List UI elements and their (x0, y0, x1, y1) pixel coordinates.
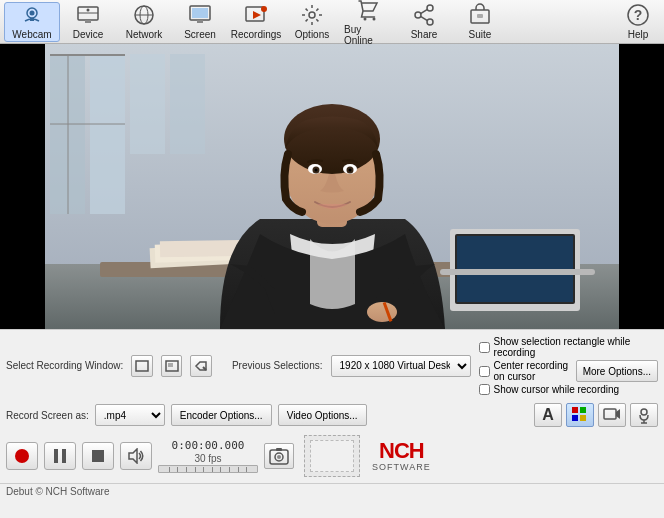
buy-online-icon (356, 0, 380, 22)
fps-display: 30 fps (194, 453, 221, 464)
svg-rect-25 (477, 14, 483, 18)
preview-area (0, 44, 664, 329)
svg-rect-66 (580, 415, 586, 421)
svg-point-1 (30, 11, 35, 16)
svg-rect-32 (90, 54, 125, 214)
thumbnail-preview (304, 435, 360, 477)
svg-rect-6 (85, 20, 91, 23)
svg-rect-46 (440, 269, 595, 275)
svg-rect-2 (30, 18, 34, 21)
previous-selections-label: Previous Selections: (232, 360, 323, 371)
color-button[interactable] (566, 403, 594, 427)
toolbar-item-network[interactable]: Network (116, 2, 172, 42)
svg-point-19 (427, 5, 433, 11)
svg-rect-75 (92, 450, 104, 462)
svg-rect-29 (0, 44, 45, 329)
encoder-options-button[interactable]: Encoder Options... (171, 404, 272, 426)
audio-mute-button[interactable] (120, 442, 152, 470)
svg-point-55 (315, 169, 318, 172)
record-screen-as-label: Record Screen as: (6, 410, 89, 421)
time-display: 0:00:00.000 (172, 439, 245, 452)
svg-point-72 (15, 449, 29, 463)
nch-subtitle: SOFTWARE (372, 462, 431, 472)
timeline[interactable] (158, 465, 258, 473)
svg-point-15 (261, 6, 267, 12)
svg-point-20 (415, 12, 421, 18)
nch-logo-area: NCH SOFTWARE (372, 440, 431, 472)
svg-point-69 (641, 409, 647, 415)
suite-icon (468, 3, 492, 27)
webcam-icon (20, 3, 44, 27)
toolbar: Webcam Device Network Screen Recordings … (0, 0, 664, 44)
toolbar-item-share[interactable]: Share (396, 2, 452, 42)
show-selection-checkbox[interactable] (479, 342, 490, 353)
audio-level-button[interactable] (630, 403, 658, 427)
toolbar-item-help[interactable]: ? Help (616, 2, 660, 42)
stop-button[interactable] (82, 442, 114, 470)
svg-point-21 (427, 19, 433, 25)
svg-rect-67 (604, 409, 616, 419)
svg-rect-80 (276, 448, 282, 451)
toolbar-item-recordings[interactable]: Recordings (228, 2, 284, 42)
window-full-button[interactable] (131, 355, 153, 377)
toolbar-item-options[interactable]: Options (284, 2, 340, 42)
checkboxes-area: Show selection rectangle while recording… (479, 336, 658, 395)
record-button[interactable] (6, 442, 38, 470)
recordings-icon (244, 3, 268, 27)
show-selection-label: Show selection rectangle while recording (494, 336, 658, 358)
svg-rect-12 (197, 20, 203, 23)
svg-rect-11 (192, 8, 208, 18)
select-window-label: Select Recording Window: (6, 360, 123, 371)
video-effects-button[interactable] (598, 403, 626, 427)
help-icon: ? (626, 3, 650, 27)
format-select[interactable]: .mp4 (95, 404, 165, 426)
svg-marker-14 (253, 11, 261, 19)
svg-marker-76 (129, 449, 137, 463)
toolbar-item-webcam[interactable]: Webcam (4, 2, 60, 42)
text-overlay-button[interactable]: A (534, 403, 562, 427)
svg-rect-30 (619, 44, 664, 329)
controls-area: Select Recording Window: Previous Select… (0, 329, 664, 483)
screenshot-button[interactable] (264, 443, 294, 469)
svg-rect-74 (62, 449, 66, 463)
more-options-button[interactable]: More Options... (576, 360, 658, 382)
svg-line-23 (421, 16, 428, 20)
svg-rect-59 (136, 361, 148, 371)
status-bar: Debut © NCH Software (0, 483, 664, 499)
window-auto-button[interactable] (190, 355, 212, 377)
toolbar-item-screen[interactable]: Screen (172, 2, 228, 42)
svg-point-16 (309, 12, 315, 18)
toolbar-item-device[interactable]: Device (60, 2, 116, 42)
pause-button[interactable] (44, 442, 76, 470)
share-icon (412, 3, 436, 27)
show-cursor-checkbox[interactable] (479, 384, 490, 395)
svg-text:?: ? (634, 7, 643, 23)
svg-rect-33 (50, 54, 125, 56)
window-region-button[interactable] (161, 355, 183, 377)
svg-point-5 (87, 9, 90, 12)
thumb-inner (310, 440, 354, 472)
svg-rect-63 (572, 407, 578, 413)
toolbar-item-suite[interactable]: Suite (452, 2, 508, 42)
preview-image (0, 44, 664, 329)
svg-rect-73 (54, 449, 58, 463)
svg-rect-37 (170, 54, 205, 154)
nch-logo: NCH (379, 440, 424, 462)
time-area: 0:00:00.000 30 fps (158, 439, 258, 473)
svg-point-50 (284, 104, 380, 174)
svg-rect-36 (130, 54, 165, 154)
resolution-select[interactable]: 1920 x 1080 Virtual Desktop (331, 355, 471, 377)
svg-point-18 (373, 17, 376, 20)
video-options-button[interactable]: Video Options... (278, 404, 367, 426)
screen-icon (188, 3, 212, 27)
svg-point-17 (364, 17, 367, 20)
network-icon (132, 3, 156, 27)
toolbar-item-buy-online[interactable]: Buy Online (340, 2, 396, 42)
svg-rect-65 (572, 415, 578, 421)
center-cursor-label: Center recording on cursor (494, 360, 572, 382)
svg-line-22 (421, 9, 428, 13)
svg-point-56 (349, 169, 352, 172)
show-cursor-label: Show cursor while recording (494, 384, 620, 395)
center-cursor-checkbox[interactable] (479, 366, 490, 377)
options-icon (300, 3, 324, 27)
